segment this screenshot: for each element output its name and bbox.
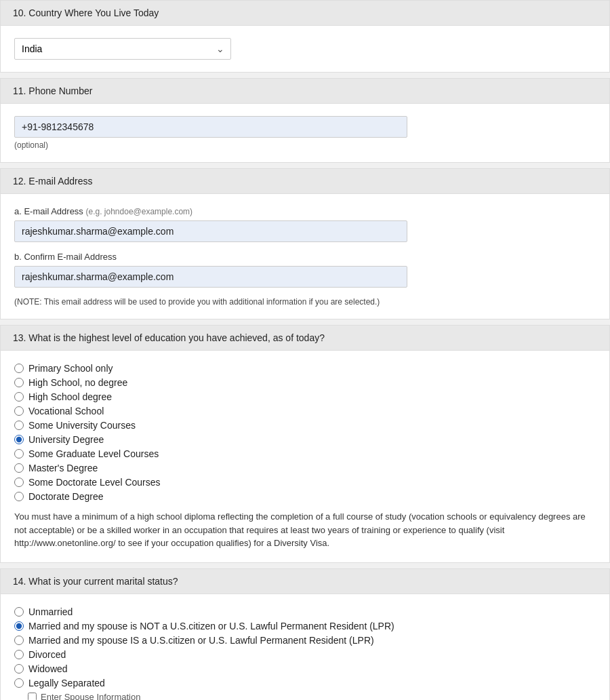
education-radio-university-degree[interactable] [14,435,24,444]
section-10: 10. Country Where You Live Today IndiaUn… [0,0,610,73]
section-11-body: (optional) [1,104,609,162]
section-14-header: 14. What is your current marital status? [1,569,609,594]
optional-text: (optional) [14,140,596,150]
marital-option-label: Legally Separated [28,678,105,688]
marital-radio-unmarried[interactable] [14,607,24,617]
radio-row: Primary School only [14,363,596,374]
email-note: (NOTE: This email address will be used t… [14,297,596,307]
education-option-label: University Degree [28,434,104,445]
radio-row: Legally Separated [14,678,596,688]
radio-row: Vocational School [14,406,596,416]
marital-option-label: Married and my spouse is NOT a U.S.citiz… [28,621,394,631]
radio-row: Master's Degree [14,463,596,473]
section-13: 13. What is the highest level of educati… [0,325,610,563]
section-13-label: 13. What is the highest level of educati… [13,332,325,343]
phone-input[interactable] [14,116,407,138]
education-option-label: Master's Degree [28,463,98,473]
education-radio-some-doctorate-level-courses[interactable] [14,478,24,487]
marital-radio-married-and-my-spouse-is-a-u.s[interactable] [14,636,24,645]
education-info: You must have a minimum of a high school… [14,510,596,550]
education-option-label: Some University Courses [28,420,136,431]
radio-row: Unmarried [14,606,596,617]
section-10-body: IndiaUnited StatesUnited KingdomCanadaAu… [1,26,609,72]
section-10-label: 10. Country Where You Live Today [13,7,159,18]
marital-option-label: Widowed [28,663,68,674]
section-12-header: 12. E-mail Address [1,169,609,194]
radio-row: Married and my spouse is NOT a U.S.citiz… [14,621,596,631]
enter-spouse-row: Enter Spouse Information [28,692,596,701]
marital-radio-legally-separated[interactable] [14,678,24,688]
education-radio-group: Primary School onlyHigh School, no degre… [14,363,596,502]
section-13-body: Primary School onlyHigh School, no degre… [1,351,609,562]
radio-row: Some University Courses [14,420,596,431]
marital-radio-group: UnmarriedMarried and my spouse is NOT a … [14,606,596,688]
email-group-b: b. Confirm E-mail Address [14,252,596,288]
education-option-label: Vocational School [28,406,104,416]
education-radio-vocational-school[interactable] [14,406,24,416]
section-11-label: 11. Phone Number [13,85,93,96]
education-radio-some-graduate-level-courses[interactable] [14,449,24,459]
section-11-header: 11. Phone Number [1,79,609,104]
education-radio-high-school-degree[interactable] [14,392,24,402]
section-14-body: UnmarriedMarried and my spouse is NOT a … [1,594,609,701]
email-input[interactable] [14,220,407,242]
education-option-label: High School, no degree [28,377,127,388]
education-radio-master's-degree[interactable] [14,463,24,473]
section-10-header: 10. Country Where You Live Today [1,1,609,26]
radio-row: High School, no degree [14,377,596,388]
country-select[interactable]: IndiaUnited StatesUnited KingdomCanadaAu… [14,38,231,60]
education-option-label: Some Graduate Level Courses [28,448,159,459]
education-radio-doctorate-degree[interactable] [14,492,24,501]
education-option-label: Primary School only [28,363,113,374]
radio-row: Some Graduate Level Courses [14,448,596,459]
section-12: 12. E-mail Address a. E-mail Address (e.… [0,168,610,319]
education-option-label: High School degree [28,391,112,402]
enter-spouse-checkbox[interactable] [28,693,37,701]
radio-row: High School degree [14,391,596,402]
section-14: 14. What is your current marital status?… [0,568,610,701]
marital-radio-divorced[interactable] [14,650,24,659]
section-12-body: a. E-mail Address (e.g. johndoe@example.… [1,194,609,319]
education-radio-primary-school-only[interactable] [14,364,24,373]
education-option-label: Some Doctorate Level Courses [28,477,161,488]
section-13-header: 13. What is the highest level of educati… [1,326,609,351]
marital-option-label: Divorced [28,649,66,660]
email-group-a: a. E-mail Address (e.g. johndoe@example.… [14,206,596,242]
section-14-label: 14. What is your current marital status? [13,576,178,587]
radio-row: Widowed [14,663,596,674]
email-a-label: a. E-mail Address (e.g. johndoe@example.… [14,206,596,216]
email-b-label: b. Confirm E-mail Address [14,252,596,262]
enter-spouse-label: Enter Spouse Information [41,692,140,701]
marital-option-label: Married and my spouse IS a U.S.citizen o… [28,635,374,646]
education-radio-some-university-courses[interactable] [14,421,24,430]
radio-row: Married and my spouse IS a U.S.citizen o… [14,635,596,646]
radio-row: Doctorate Degree [14,491,596,502]
marital-option-label: Unmarried [28,606,73,617]
radio-row: University Degree [14,434,596,445]
section-12-label: 12. E-mail Address [13,176,93,187]
marital-radio-married-and-my-spouse-is-not-a[interactable] [14,621,24,631]
education-radio-high-school,-no-degree[interactable] [14,378,24,387]
radio-row: Some Doctorate Level Courses [14,477,596,488]
section-11: 11. Phone Number (optional) [0,78,610,163]
confirm-email-input[interactable] [14,266,407,288]
radio-row: Divorced [14,649,596,660]
marital-radio-widowed[interactable] [14,664,24,674]
country-select-wrapper: IndiaUnited StatesUnited KingdomCanadaAu… [14,38,231,60]
education-option-label: Doctorate Degree [28,491,104,502]
